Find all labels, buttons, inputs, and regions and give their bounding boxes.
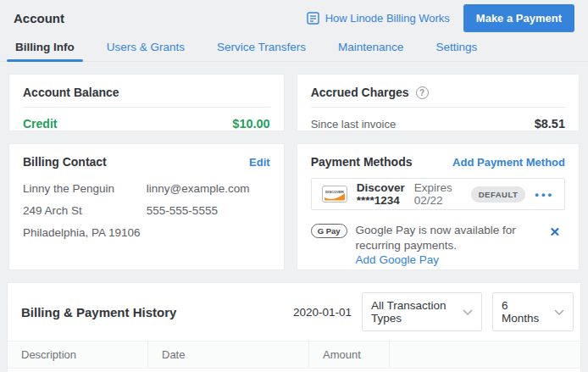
column-header-actions	[389, 341, 580, 368]
accrued-charges-card: Accrued Charges ? Since last invoice $8.…	[297, 74, 580, 131]
balance-amount: $10.00	[232, 117, 269, 130]
topbar-actions: How Linode Billing Works Make a Payment	[307, 4, 574, 32]
history-table-header: Description Date Amount	[8, 341, 580, 369]
card-divider	[311, 107, 565, 108]
payment-methods-title: Payment Methods	[311, 155, 413, 169]
card-number: Discover ****1234	[357, 181, 405, 207]
time-range-value: 6 Months	[502, 299, 546, 325]
payment-method-actions-menu[interactable]: •••	[535, 188, 554, 201]
contact-name: Linny the Penguin	[23, 182, 147, 195]
billing-history-panel: Billing & Payment History 2020-01-01 All…	[7, 282, 581, 372]
payment-methods-card: Payment Methods Add Payment Method DISCO…	[297, 143, 580, 270]
billing-docs-link-label: How Linode Billing Works	[325, 12, 450, 25]
make-payment-button[interactable]: Make a Payment	[463, 4, 574, 32]
tab-billing-info[interactable]: Billing Info	[14, 36, 76, 61]
tab-service-transfers[interactable]: Service Transfers	[215, 36, 308, 61]
contact-address-line1: 249 Arch St	[23, 204, 147, 217]
column-header-date[interactable]: Date	[147, 341, 308, 368]
tab-settings[interactable]: Settings	[434, 36, 479, 61]
accrued-charges-label: Since last invoice	[311, 118, 396, 130]
chevron-down-icon	[554, 309, 564, 315]
document-icon	[307, 12, 319, 25]
help-icon[interactable]: ?	[416, 86, 429, 99]
page-title: Account	[14, 11, 64, 25]
billing-docs-link[interactable]: How Linode Billing Works	[307, 12, 450, 25]
contact-email: linny@example.com	[147, 182, 270, 195]
accrued-charges-title: Accrued Charges	[311, 86, 409, 99]
history-date-filter[interactable]: 2020-01-01	[293, 306, 352, 319]
google-pay-icon: G Pay	[311, 224, 347, 238]
chevron-down-icon	[463, 309, 473, 315]
close-icon[interactable]: ✕	[544, 223, 565, 242]
contact-address-line2: Philadelphia, PA 19106	[23, 226, 147, 239]
google-pay-notice: G Pay Google Pay is now available for re…	[311, 223, 565, 266]
card-divider	[23, 107, 270, 108]
table-row: Invoice #000123456 2021-07-01 04:16 $10.…	[8, 369, 580, 372]
column-header-amount[interactable]: Amount	[308, 341, 389, 368]
balance-label: Credit	[23, 117, 57, 130]
time-range-select[interactable]: 6 Months	[492, 292, 574, 331]
discover-card-icon: DISCOVER	[322, 186, 347, 203]
column-header-description[interactable]: Description	[8, 341, 147, 368]
billing-contact-card: Billing Contact Edit Linny the Penguin 2…	[8, 143, 285, 270]
transaction-type-select[interactable]: All Transaction Types	[362, 292, 482, 331]
invoice-amount: $10.00	[308, 369, 389, 372]
history-filters: 2020-01-01 All Transaction Types 6 Month…	[293, 292, 574, 331]
accrued-charges-amount: $8.51	[535, 117, 565, 130]
payment-method-row: DISCOVER Discover ****1234 Expires 02/22…	[311, 178, 565, 210]
edit-contact-link[interactable]: Edit	[249, 156, 270, 169]
summary-cards: Account Balance Credit $10.00 Accrued Ch…	[0, 62, 588, 270]
transaction-type-value: All Transaction Types	[371, 299, 454, 325]
account-tabs: Billing Info Users & Grants Service Tran…	[0, 36, 588, 62]
contact-details-column: linny@example.com 555-555-5555	[147, 182, 270, 239]
page-header: Account How Linode Billing Works Make a …	[0, 0, 588, 36]
contact-phone: 555-555-5555	[147, 204, 270, 217]
tab-maintenance[interactable]: Maintenance	[336, 36, 405, 61]
account-balance-title: Account Balance	[23, 86, 119, 99]
add-payment-method-link[interactable]: Add Payment Method	[452, 156, 565, 169]
tab-users-grants[interactable]: Users & Grants	[105, 36, 186, 61]
billing-contact-title: Billing Contact	[23, 155, 107, 169]
card-expiry: Expires 02/22	[414, 181, 452, 207]
svg-text:DISCOVER: DISCOVER	[325, 190, 344, 194]
default-badge: DEFAULT	[471, 186, 526, 203]
billing-history-title: Billing & Payment History	[14, 305, 176, 319]
google-pay-message: Google Pay is now available for recurrin…	[356, 223, 536, 253]
add-google-pay-link[interactable]: Add Google Pay	[356, 253, 439, 266]
contact-address-column: Linny the Penguin 249 Arch St Philadelph…	[23, 182, 147, 239]
invoice-date: 2021-07-01 04:16	[147, 369, 308, 372]
account-balance-card: Account Balance Credit $10.00	[8, 74, 285, 131]
